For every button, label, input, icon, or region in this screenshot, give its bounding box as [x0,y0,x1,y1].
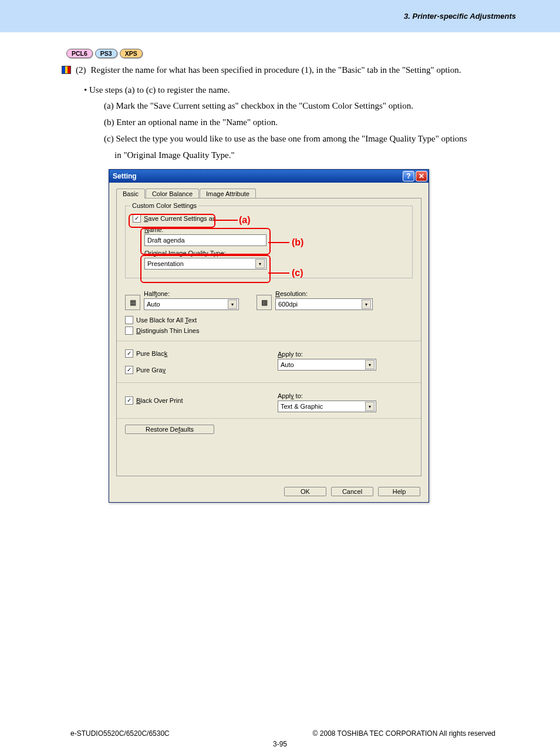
step-c: (c) Select the type you would like to us… [104,131,525,147]
footer-copyright: © 2008 TOSHIBA TEC CORPORATION All right… [313,729,495,738]
procedure-text: Register the name for what has been spec… [91,64,461,77]
use-black-label: Use Black for All Text [136,317,197,324]
cancel-button[interactable]: Cancel [331,487,373,496]
overprint-apply-row: Black Over Print Apply to: Text & Graphi… [125,389,413,412]
distinguish-row: Distinguish Thin Lines [125,327,413,335]
footer-pagenum: 3-95 [0,740,560,747]
help-button[interactable]: Help [378,487,420,496]
save-as-label: Save Current Settings as [144,215,215,222]
restore-defaults-button[interactable]: Restore Defaults [125,425,214,434]
resolution-label: Resolution: [275,290,373,297]
tab-image-attribute[interactable]: Image Attribute [200,189,256,198]
save-as-checkbox[interactable] [133,214,141,223]
distinguish-checkbox[interactable] [125,327,133,335]
pure-black-label: Pure Black [136,350,167,357]
pill-ps3: PS3 [95,49,117,58]
footer-model: e-STUDIO5520C/6520C/6530C [70,729,170,738]
apply-to-label-1: Apply to: [278,351,413,358]
pure-gray-row: Pure Gray [125,366,260,374]
pure-black-row: Pure Black [125,349,260,358]
ok-button[interactable]: OK [284,487,326,496]
step-a: (a) Mark the "Save Current setting as" c… [104,98,525,115]
dialog-button-row: OK Cancel Help [109,482,429,502]
chevron-down-icon: ▾ [228,300,237,309]
use-black-checkbox[interactable] [125,316,133,324]
tab-color-balance[interactable]: Color Balance [146,189,199,198]
save-as-row: Save Current Settings as [133,214,405,223]
custom-color-fieldset: Custom Color Settings Save Current Setti… [125,206,413,278]
use-steps-line: • Use steps (a) to (c) to register the n… [84,82,525,99]
apply-to-select-1[interactable]: Auto ▾ [278,359,376,371]
dialog-title: Setting [113,172,137,180]
fieldset-legend: Custom Color Settings [130,202,198,209]
black-overprint-checkbox[interactable] [125,396,133,405]
pure-apply-row: Pure Black Pure Gray Apply to: [125,347,413,376]
page-header: 3. Printer-specific Adjustments [0,0,560,32]
color-icon [62,66,71,74]
chevron-down-icon: ▾ [365,402,375,411]
apply-to-label-2: Apply to: [278,392,413,399]
name-label: Name: [144,226,405,233]
halftone-resolution-row: ▦ Halftone: Auto ▾ [125,287,413,310]
titlebar-help-button[interactable]: ? [403,171,414,181]
procedure-line: (2) Register the name for what has been … [62,64,525,77]
tab-panel-basic: Custom Color Settings Save Current Setti… [116,198,421,476]
chevron-down-icon: ▾ [365,360,375,369]
black-overprint-row: Black Over Print [125,396,260,405]
halftone-label: Halftone: [144,290,239,297]
titlebar-close-button[interactable]: ✕ [416,171,427,181]
dialog-titlebar: Setting ? ✕ [109,170,429,183]
black-overprint-label: Black Over Print [136,397,183,404]
name-input[interactable]: Draft agenda [144,234,266,246]
pill-xps: XPS [120,49,143,58]
resolution-select[interactable]: 600dpi ▾ [275,298,373,310]
halftone-icon: ▦ [125,295,140,310]
chevron-down-icon: ▾ [255,259,265,268]
pill-pcl6: PCL6 [66,49,93,58]
step-c-cont: in "Original Image Quality Type." [114,147,525,164]
use-black-row: Use Black for All Text [125,316,413,324]
distinguish-label: Distinguish Thin Lines [136,327,199,334]
resolution-icon: ▩ [257,295,272,310]
apply-to-select-2[interactable]: Text & Graphic ▾ [278,401,376,412]
orig-quality-label: Original Image Quality Type: [144,250,405,257]
orig-quality-select[interactable]: Presentation ▾ [144,258,266,270]
halftone-select[interactable]: Auto ▾ [144,298,239,310]
procedure-number: (2) [76,64,86,77]
chevron-down-icon: ▾ [362,300,371,309]
step-b: (b) Enter an optional name in the "Name"… [104,115,525,131]
pure-gray-checkbox[interactable] [125,366,133,374]
section-title: 3. Printer-specific Adjustments [404,12,516,21]
tab-strip: Basic Color Balance Image Attribute [116,189,421,198]
driver-pills: PCL6 PS3 XPS [66,49,525,58]
tab-basic[interactable]: Basic [116,189,145,198]
pure-black-checkbox[interactable] [125,349,133,358]
setting-dialog: Setting ? ✕ Basic Color Balance Image At… [109,169,429,503]
pure-gray-label: Pure Gray [136,366,166,374]
